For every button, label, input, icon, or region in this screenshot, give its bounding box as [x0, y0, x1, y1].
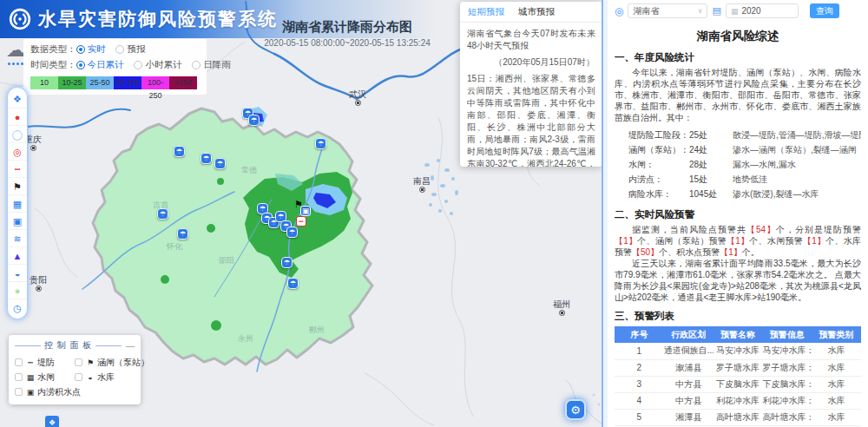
table-row[interactable]: 1 通道侗族自... 马安冲水库 马安冲水库：2020-... 水库: [615, 343, 861, 359]
table-header-cell: 行政区划: [664, 326, 713, 343]
rain-station-icon[interactable]: ☂: [287, 278, 299, 289]
time-type-radio[interactable]: 今日累计: [76, 59, 124, 71]
paragraph-segment: 【1】: [720, 247, 742, 257]
checkbox-icon[interactable]: [15, 358, 23, 366]
toolbar-icon[interactable]: ❖: [8, 90, 27, 108]
paragraph-segment: 个、积水点预警: [659, 247, 720, 257]
table-row[interactable]: 2 溆浦县 罗子塘水库 罗子塘水库：2020-... 水库: [615, 359, 861, 376]
rain-cloud-icon: ☁: [6, 39, 25, 62]
layer-toolbar: ❖ ● ◯ ◎ ┅ ⚑ ▦ ▣ ≋ ▲ ◒ ● ◷: [7, 87, 28, 319]
checkbox-icon[interactable]: [15, 373, 23, 381]
rain-station-icon[interactable]: ☂: [248, 115, 260, 126]
risk-stat-row: 水闸： 28处 漏水—水闸,漏水: [615, 157, 861, 172]
checkbox-icon[interactable]: [75, 373, 82, 381]
app-logo-icon: [9, 8, 31, 30]
table-row[interactable]: 5 湘潭县 高叶塘水库 高叶塘水库：2020-... 水库: [615, 409, 861, 425]
rainfall-legend: 10 10-25 25-50 50-100 100-250 >250: [30, 76, 200, 89]
paragraph-segment: 个，分别是堤防预警: [776, 225, 861, 234]
forecast-detail: 15日：湘西州、张家界、常德多云间阴天，其他地区阴天有小到中等阵雨或雷阵雨，其中…: [467, 73, 595, 167]
layer-checkbox-item[interactable]: ⚑ 涵闸（泵站）: [75, 355, 135, 370]
table-header-cell: 序号: [615, 326, 664, 343]
rain-station-icon[interactable]: ☂: [281, 257, 293, 268]
toolbar-icon[interactable]: ┅: [8, 160, 27, 177]
table-row[interactable]: 4 中方县 利花冲水库 利花冲水库：2020-... 水库: [615, 392, 861, 409]
calendar-icon: ▤: [712, 5, 720, 16]
section3-heading: 三、预警列表: [615, 310, 861, 323]
toolbar-icon[interactable]: ⚑: [8, 177, 27, 194]
district-label: 郴州: [309, 325, 325, 336]
risk-summary-panel: ◎ 湖南省 ∨ ▤ ▦ 查询 湖南省风险综述 一、年度风险统计 今年以来，湖南省…: [608, 0, 868, 427]
panel-title: 湖南省风险综述: [615, 29, 861, 44]
rain-station-icon[interactable]: ☂: [157, 208, 168, 220]
checkbox-icon[interactable]: [15, 388, 23, 396]
toolbar-icon[interactable]: ◎: [8, 142, 27, 160]
paragraph-segment: 【54】: [746, 225, 776, 234]
toolbar-icon[interactable]: ◷: [8, 299, 27, 316]
rain-station-icon[interactable]: ☂: [201, 153, 212, 164]
checkbox-icon[interactable]: [75, 358, 82, 366]
toolbar-icon[interactable]: ▲: [8, 246, 27, 264]
toolbar-icon[interactable]: ▦: [8, 194, 27, 212]
section2-paragraph2: 近三天以来，湖南省累计面平均降雨33.5毫米，最大为长沙市79.9毫米，湘潭市6…: [615, 258, 861, 303]
radio-icon: [76, 61, 85, 69]
toolbar-icon[interactable]: ●: [8, 281, 27, 299]
rain-station-icon[interactable]: ☂: [315, 138, 326, 149]
time-type-radio[interactable]: 小时累计: [134, 59, 181, 71]
forecast-tab[interactable]: 城市预报: [518, 6, 555, 18]
layer-checkbox-item[interactable]: ◒ 水库: [75, 370, 135, 384]
year-input-wrapper: ▦: [726, 3, 799, 18]
control-panel-minimize-button[interactable]: —: [126, 341, 135, 351]
risk-marker-icon[interactable]: ┅: [296, 216, 306, 227]
query-button[interactable]: 查询: [810, 3, 839, 18]
time-type-label: 时间类型：: [30, 59, 76, 71]
city-label: 南昌: [413, 176, 431, 193]
rain-station-icon[interactable]: ☂: [177, 228, 188, 240]
section2-paragraph1: 据监测，当前风险点预警共【54】个，分别是堤防预警【1】个、涵闸（泵站）预警【1…: [615, 224, 861, 258]
toolbar-icon[interactable]: ◒: [8, 264, 27, 281]
risk-stat-row: 内涝点： 15处 地势低洼: [615, 172, 861, 187]
rain-station-icon[interactable]: ☂: [174, 146, 185, 157]
radio-icon: [115, 45, 124, 54]
rain-station-icon[interactable]: ☂: [214, 158, 226, 169]
region-select[interactable]: 湖南省 ∨: [628, 3, 707, 18]
paragraph-segment: 【1】: [803, 236, 825, 246]
legend-swatch: 50-100: [114, 76, 141, 89]
layer-type-icon: ⚑: [85, 358, 95, 367]
year-input[interactable]: [741, 6, 785, 16]
table-header-cell: 预警信息: [762, 326, 812, 343]
toolbar-icon[interactable]: ≋: [8, 229, 27, 246]
map-tool-button[interactable]: ❖: [45, 416, 59, 427]
radio-icon: [134, 61, 142, 69]
layer-checkbox-item[interactable]: ▦ 水闸: [15, 370, 75, 384]
city-dot: [30, 145, 36, 151]
data-type-radio[interactable]: 实时: [76, 43, 106, 56]
forecast-tab[interactable]: 短期预报: [468, 6, 504, 18]
city-label: 武汉: [349, 89, 366, 106]
risk-stat-row: 病险水库： 1045处 渗水(散浸),裂缝—水库: [615, 187, 861, 201]
table-row[interactable]: 3 中方县 下皮脑水库 下皮脑水库：2020-... 水库: [615, 376, 861, 392]
layer-checkbox-item[interactable]: ┅ 堤防: [15, 355, 75, 370]
city-dot: [419, 187, 425, 193]
section1-heading: 一、年度风险统计: [615, 51, 861, 64]
toolbar-icon[interactable]: ●: [8, 108, 27, 125]
map-settings-button[interactable]: ⚙: [565, 399, 586, 420]
table-header-cell: 预警类别: [812, 326, 861, 343]
map-title: 湖南省累计降雨分布图: [234, 19, 460, 36]
paragraph-segment: 个、水闸预警: [749, 236, 803, 246]
layer-checkbox-item[interactable]: ▣ 内涝积水点: [15, 384, 75, 399]
table-header-cell: 预警名称: [713, 326, 763, 343]
legend-swatch: 100-250: [141, 76, 169, 89]
city-dot: [355, 100, 361, 106]
risk-marker-icon[interactable]: ▣: [300, 206, 311, 216]
data-type-radio[interactable]: 预报: [115, 43, 145, 56]
paragraph-segment: 【1】: [727, 236, 749, 246]
toolbar-icon[interactable]: ◯: [8, 125, 27, 142]
time-type-radio[interactable]: 日降雨: [192, 59, 231, 71]
paragraph-segment: 个、涵闸（泵站）预警: [637, 236, 727, 246]
district-label: 常德: [241, 165, 257, 176]
rain-station-icon[interactable]: ☂: [286, 227, 298, 238]
toolbar-icon[interactable]: ▣: [8, 212, 27, 229]
warning-table: 序号行政区划预警名称预警信息预警类别 1 通道侗族自... 马安冲水库 马安冲水…: [615, 326, 861, 427]
paragraph-segment: 个。: [742, 247, 760, 257]
legend-swatch: 25-50: [86, 76, 114, 89]
